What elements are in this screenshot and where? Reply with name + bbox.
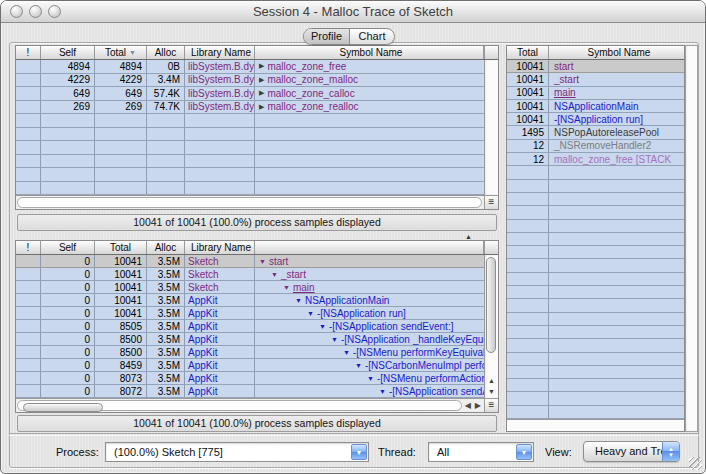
column-header-alloc[interactable]: Alloc	[147, 241, 185, 254]
disclosure-triangle-icon[interactable]: ▼	[271, 271, 278, 278]
table-row[interactable]	[507, 273, 684, 286]
table-row[interactable]: 10041 _start	[507, 73, 684, 86]
resize-grip[interactable]	[689, 457, 702, 470]
table-row[interactable]: 0 8505 3.5M AppKit ▼ -[NSApplication sen…	[16, 320, 484, 333]
column-header-bang[interactable]: !	[16, 46, 41, 59]
list-mode-icon[interactable]: ≡	[484, 399, 498, 412]
process-combobox[interactable]: (100.0%) Sketch [775] ▼	[105, 442, 369, 462]
table-row[interactable]	[507, 233, 684, 246]
disclosure-triangle-icon[interactable]: ▼	[343, 349, 350, 356]
table-row[interactable]	[507, 392, 684, 405]
column-header-total[interactable]: Total	[95, 241, 147, 254]
disclosure-triangle-icon[interactable]: ▼	[355, 362, 362, 369]
scroll-up-arrow-icon[interactable]: ▲	[465, 233, 472, 240]
vertical-scrollbar[interactable]	[484, 60, 498, 195]
table-row[interactable]	[507, 379, 684, 392]
view-popup-button[interactable]: Heavy and Tree ▲ ▼	[583, 441, 680, 462]
table-row[interactable]: 10041 NSApplicationMain	[507, 100, 684, 113]
disclosure-triangle-icon[interactable]: ▼	[379, 388, 386, 395]
column-header-library[interactable]: Library Name	[185, 241, 255, 254]
table-row[interactable]	[16, 141, 484, 155]
table-row[interactable]: 1495 NSPopAutoreleasePool	[507, 126, 684, 139]
table-row[interactable]: 0 8072 3.5M AppKit ▼ -[NSApplication sen…	[16, 385, 484, 398]
column-header-self[interactable]: Self	[41, 46, 95, 59]
tab-profile[interactable]: Profile	[304, 29, 349, 44]
column-header-total[interactable]: Total	[507, 46, 549, 59]
titlebar[interactable]: Session 4 - Malloc Trace of Sketch	[1, 1, 705, 23]
table-row[interactable]: 0 10041 3.5M Sketch ▼ main	[16, 281, 484, 294]
horizontal-scrollbar[interactable]	[507, 419, 684, 431]
vertical-scrollbar[interactable]: ▲ ▼	[484, 255, 498, 398]
table-row[interactable]: 0 10041 3.5M AppKit ▼ NSApplicationMain	[16, 294, 484, 307]
column-header-symbol[interactable]: Symbol Name	[255, 46, 484, 59]
scroll-down-arrow-icon[interactable]: ▼	[488, 386, 495, 397]
thread-combobox[interactable]: All ▼	[428, 442, 534, 462]
table-row[interactable]	[16, 182, 484, 196]
scroll-track[interactable]	[17, 197, 482, 208]
table-row[interactable]	[507, 220, 684, 233]
table-row[interactable]: 10041 main	[507, 87, 684, 100]
table-row[interactable]: 0 10041 3.5M Sketch ▼ _start	[16, 268, 484, 281]
table-row[interactable]	[507, 259, 684, 272]
table-row[interactable]: 12 malloc_zone_free [STACK	[507, 153, 684, 166]
tab-chart[interactable]: Chart	[349, 29, 394, 44]
list-mode-icon[interactable]: ≡	[484, 196, 498, 209]
disclosure-triangle-icon[interactable]: ▼	[283, 284, 290, 291]
scroll-right-arrow-icon[interactable]: ▶	[475, 401, 481, 410]
table-row[interactable]	[16, 155, 484, 169]
dropdown-arrow-icon[interactable]: ▼	[516, 444, 532, 460]
table-row[interactable]	[507, 299, 684, 312]
column-header-total[interactable]: Total ▼	[95, 46, 147, 59]
disclosure-triangle-icon[interactable]: ▼	[319, 323, 326, 330]
disclosure-triangle-icon[interactable]: ▶	[259, 76, 264, 84]
scroll-left-arrow-icon[interactable]: ◀	[465, 401, 471, 410]
scroll-track[interactable]	[17, 400, 462, 411]
disclosure-triangle-icon[interactable]: ▼	[295, 297, 302, 304]
scroll-up-arrow-icon[interactable]: ▲	[488, 375, 495, 386]
disclosure-triangle-icon[interactable]: ▼	[367, 375, 374, 382]
column-header-self[interactable]: Self	[41, 241, 95, 254]
column-header-symbol[interactable]	[255, 241, 484, 254]
table-row[interactable]	[507, 366, 684, 379]
horizontal-scrollbar[interactable]: ≡	[16, 195, 498, 209]
column-header-symbol[interactable]: Symbol Name	[549, 46, 684, 59]
table-row[interactable]	[507, 180, 684, 193]
scroll-thumb[interactable]	[486, 257, 496, 353]
minimize-button[interactable]	[29, 5, 42, 18]
table-row[interactable]: 0 8073 3.5M AppKit ▼ -[NSMenu performAct…	[16, 372, 484, 385]
scroll-thumb[interactable]	[23, 403, 103, 412]
table-row[interactable]	[507, 286, 684, 299]
table-row[interactable]	[507, 353, 684, 366]
disclosure-triangle-icon[interactable]: ▼	[331, 336, 338, 343]
table-row[interactable]: 0 8500 3.5M AppKit ▼ -[NSApplication _ha…	[16, 333, 484, 346]
table-row[interactable]: 0 10041 3.5M Sketch ▼ start	[16, 255, 484, 268]
disclosure-triangle-icon[interactable]: ▶	[259, 89, 264, 97]
table-row[interactable]	[507, 166, 684, 179]
table-row[interactable]	[16, 128, 484, 142]
table-row[interactable]	[507, 406, 684, 419]
table-row[interactable]	[507, 313, 684, 326]
table-row[interactable]	[507, 326, 684, 339]
table-row[interactable]: 0 10041 3.5M AppKit ▼ -[NSApplication ru…	[16, 307, 484, 320]
close-button[interactable]	[10, 5, 23, 18]
disclosure-triangle-icon[interactable]: ▶	[259, 103, 264, 111]
table-row[interactable]: 10041 -[NSApplication run]	[507, 113, 684, 126]
table-row[interactable]	[16, 114, 484, 128]
table-row[interactable]: 649 649 57.4K libSystem.B.dylib ▶ malloc…	[16, 87, 484, 101]
column-header-bang[interactable]: !	[16, 241, 41, 254]
horizontal-scrollbar[interactable]: ◀ ▶ ≡	[16, 398, 498, 412]
column-header-alloc[interactable]: Alloc	[147, 46, 185, 59]
table-row[interactable]	[16, 168, 484, 182]
popup-arrows-icon[interactable]: ▲ ▼	[662, 442, 679, 461]
table-row[interactable]: 0 8459 3.5M AppKit ▼ -[NSCarbonMenuImpl …	[16, 359, 484, 372]
table-row[interactable]	[507, 339, 684, 352]
disclosure-triangle-icon[interactable]: ▼	[259, 258, 266, 265]
column-header-library[interactable]: Library Name	[185, 46, 255, 59]
table-row[interactable]	[507, 206, 684, 219]
table-row[interactable]	[507, 193, 684, 206]
disclosure-triangle-icon[interactable]: ▼	[307, 310, 314, 317]
table-row[interactable]: 12 _NSRemoveHandler2	[507, 140, 684, 153]
table-row[interactable]: 269 269 74.7K libSystem.B.dylib ▶ malloc…	[16, 101, 484, 115]
vertical-scrollbar[interactable]	[685, 45, 698, 432]
zoom-button[interactable]	[48, 5, 61, 18]
